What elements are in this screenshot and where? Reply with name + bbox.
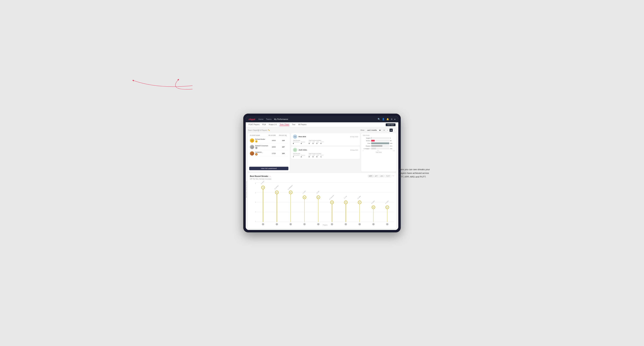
- bar-value: 311: [390, 145, 395, 147]
- player-card: JC Josh Coles 26 Aug 2023 Total Rounds T…: [291, 147, 360, 159]
- lollipop-bubble: 3x: [386, 205, 389, 209]
- leaderboard-panel: PLAYER NAME PB SCORE PB AVG SQ RB Richar…: [248, 133, 290, 172]
- axis-400: 400: [393, 150, 395, 151]
- top-section: PLAYER NAME PB SCORE PB AVG SQ RB Richar…: [248, 133, 396, 172]
- lollipop-bubble: 4x: [344, 201, 348, 204]
- card-view-icon[interactable]: ▤: [390, 129, 393, 132]
- rounds-group: Total Rounds Tournament 7 Practice 2: [293, 153, 305, 158]
- pb-avg: 110: [279, 140, 288, 141]
- tab-team-clippd[interactable]: Team Clippd: [280, 123, 289, 126]
- nav-my-performance[interactable]: My Performance: [274, 118, 288, 120]
- edit-icon[interactable]: ✏️: [268, 129, 270, 131]
- lollipop-stem: [360, 202, 360, 222]
- arrow-right-icon: →: [392, 175, 394, 177]
- table-row: RB Richard Butler 1 19/20 110: [249, 138, 288, 144]
- tab-hcaps[interactable]: Hcaps 1-5: [269, 124, 277, 126]
- chart-subtitle: Off The Tee, Fairway Accuracy: [250, 178, 394, 180]
- card-header: RB Rees Britt 02 Sep 2023: [293, 135, 358, 139]
- lb-col-player: PLAYER NAME: [250, 135, 268, 136]
- pb-avg: 107: [279, 146, 288, 148]
- player-name-label: J. Coles: [302, 190, 306, 194]
- tab-pga[interactable]: PGA: [262, 124, 266, 126]
- bar-row-bogeys: Bogeys 311: [362, 145, 395, 147]
- avatar-icon[interactable]: ●: [394, 118, 396, 120]
- table-view-icon[interactable]: ↕: [393, 129, 396, 132]
- card-stats: Total Rounds Tournament 8 Practice 4: [293, 140, 358, 144]
- bar-label: D. Bogeys +: [362, 148, 370, 149]
- grid-view-icon[interactable]: ⊞: [382, 129, 386, 132]
- grid-line: [256, 222, 394, 222]
- ott-buttons: OTT APP ARG PUTT →: [368, 175, 394, 177]
- lollipop-item: 7xE. EbertEE: [256, 183, 270, 222]
- period-select[interactable]: Last 3 months Last 6 months Last 12 mont…: [366, 129, 382, 132]
- practice-label: Total Practice Activities: [309, 153, 324, 154]
- y-tick-2: 2: [255, 211, 256, 212]
- list-view-icon[interactable]: ≡: [386, 129, 389, 132]
- lollipop-stem: [332, 202, 332, 222]
- player-name-label: M. Miller: [358, 195, 361, 199]
- tab-all-players[interactable]: All Players: [298, 124, 306, 126]
- app-button[interactable]: APP: [374, 175, 379, 177]
- bar-track: [371, 137, 389, 139]
- tablet-frame: clippd Home Teams My Performance 🔍 👤 🔔 ⊕…: [243, 114, 401, 232]
- bar-track: [371, 142, 389, 144]
- y-tick-6: 6: [255, 192, 256, 193]
- player-name-label: R. Britt: [316, 191, 320, 194]
- lollipop-stem: [346, 202, 346, 222]
- bar-chart-panel: Total Shots Eagles 3 Birdies: [361, 133, 396, 172]
- lollipop-players: 7xE. EbertEE6xB. McHergBM6xD. Billingham…: [256, 183, 394, 222]
- bar-chart-title: Total Shots: [362, 135, 395, 136]
- view-full-leaderboard-button[interactable]: View Full Leaderboard: [249, 167, 288, 170]
- nav-home[interactable]: Home: [258, 118, 264, 120]
- lollipop-bubble: 3x: [372, 205, 375, 209]
- player-name: Cameron...: [255, 151, 263, 153]
- lollipop-stem: [263, 187, 264, 222]
- tab-pgat-players[interactable]: PGAT Players: [248, 124, 259, 126]
- lollipop-stem: [387, 207, 388, 222]
- bar-row-birdies: Birdies 96: [362, 140, 395, 142]
- nav-bar: clippd Home Teams My Performance 🔍 👤 🔔 ⊕…: [246, 116, 398, 122]
- avatar: EC: [250, 145, 254, 149]
- bar-value: 3: [390, 137, 395, 139]
- tablet-screen: clippd Home Teams My Performance 🔍 👤 🔔 ⊕…: [246, 116, 398, 230]
- lollipop-item: 4xE. CrossmanEC: [325, 183, 339, 222]
- bell-icon[interactable]: 🔔: [386, 118, 389, 120]
- bar-value: 96: [390, 140, 395, 142]
- player-name-label: E. Ebert: [261, 181, 264, 184]
- player-info: C Cameron... 3: [250, 151, 268, 156]
- rounds-group: Total Rounds Tournament 8 Practice 4: [293, 140, 305, 144]
- player-name: Richard Butler: [255, 138, 265, 140]
- table-row: EC Edward Crossman 2 18/20 107: [249, 144, 288, 150]
- player-card-date: 02 Sep 2023: [350, 136, 358, 138]
- lollipop-bubble: 4x: [330, 201, 334, 204]
- putt-button[interactable]: PUTT: [385, 175, 391, 177]
- rank-badge: 3: [255, 153, 258, 156]
- lollipop-item: 3xR. ButlerRB: [366, 183, 380, 222]
- team-header: Team Clippd | 14 Players ✏️ Show Last 3 …: [248, 129, 396, 132]
- lollipop-bubble: 7x: [261, 186, 265, 189]
- tab-tour[interactable]: Tour: [292, 124, 296, 126]
- player-card-name: Josh Coles: [298, 149, 307, 151]
- pb-score: 18/20: [268, 146, 279, 148]
- lollipop-item: 5xR. BrittRB: [311, 183, 325, 222]
- rank-badge: 2: [255, 147, 258, 149]
- player-card-name: Rees Britt: [298, 136, 306, 138]
- ott-button[interactable]: OTT: [368, 175, 373, 177]
- search-icon[interactable]: 🔍: [378, 118, 380, 120]
- nav-icons: 🔍 👤 🔔 ⊕ ●: [378, 118, 396, 120]
- add-team-button[interactable]: Add Team: [386, 123, 396, 126]
- nav-teams[interactable]: Teams: [266, 118, 272, 120]
- pb-score: 19/20: [268, 140, 279, 141]
- rounds-label: Total Rounds: [293, 140, 305, 141]
- player-name-label: E. Crossman: [329, 195, 334, 200]
- avatar: RB: [293, 135, 297, 139]
- bar-row-dbogeys: D. Bogeys + 131: [362, 148, 395, 149]
- bar-fill: [371, 142, 389, 144]
- user-icon[interactable]: 👤: [382, 118, 385, 120]
- arg-button[interactable]: ARG: [379, 175, 385, 177]
- rank-badge: 1: [255, 140, 258, 143]
- y-axis-container: Best Streak, Fairway Accuracy 8 6 4 2 0: [250, 181, 256, 227]
- lollipop-stem: [318, 197, 318, 222]
- bar-value: 499: [390, 143, 395, 144]
- target-icon[interactable]: ⊕: [391, 118, 392, 120]
